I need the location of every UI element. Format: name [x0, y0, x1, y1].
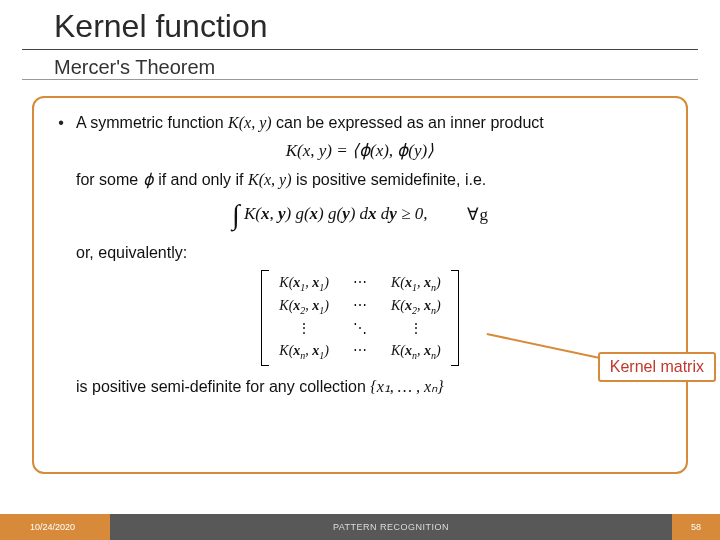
matrix-cell: K(x2, xn): [391, 297, 441, 317]
bracket-right-icon: [451, 270, 459, 367]
matrix-cell: K(x1, xn): [391, 274, 441, 294]
slide-footer: 10/24/2020 PATTERN RECOGNITION 58: [0, 514, 720, 540]
vdots-icon: ⋮: [279, 320, 329, 339]
integral-expression: ∫ ∫ K(x, y) g(x) g(y) dx dy ≥ 0,K(x, y) …: [232, 196, 427, 234]
matrix-cell: K(xn, x1): [279, 342, 329, 362]
cdots-icon: ⋯: [353, 274, 367, 294]
bracket-left-icon: [261, 270, 269, 367]
closing-line: is positive semi-definite for any collec…: [56, 376, 664, 398]
footer-course: PATTERN RECOGNITION: [110, 514, 672, 540]
bullet-icon: •: [56, 112, 66, 134]
cdots-icon: ⋯: [353, 297, 367, 317]
footer-page-number: 58: [672, 514, 720, 540]
forall-g: ∀g: [467, 204, 488, 227]
kernel-matrix-callout: Kernel matrix: [598, 352, 716, 382]
matrix-body: K(x1, x1) ⋯ K(x1, xn) K(x2, x1) ⋯ K(x2, …: [271, 270, 448, 367]
integral-condition: ∫ ∫ K(x, y) g(x) g(y) dx dy ≥ 0,K(x, y) …: [56, 196, 664, 234]
cdots-icon: ⋯: [353, 342, 367, 362]
slide-subtitle: Mercer's Theorem: [22, 50, 698, 80]
theorem-box: • A symmetric function K(x, y) can be ex…: [32, 96, 688, 474]
matrix-cell: K(x1, x1): [279, 274, 329, 294]
vdots-icon: ⋮: [391, 320, 441, 339]
intro-text: A symmetric function K(x, y) can be expr…: [76, 112, 544, 134]
inner-product-equation: K(x, y) = ⟨ϕ(x), ϕ(y)⟩: [56, 140, 664, 163]
ddots-icon: ⋱: [353, 320, 367, 339]
theorem-intro: • A symmetric function K(x, y) can be ex…: [56, 112, 664, 134]
matrix-cell: K(x2, x1): [279, 297, 329, 317]
equivalently-label: or, equivalently:: [56, 242, 664, 264]
matrix-cell: K(xn, xn): [391, 342, 441, 362]
footer-date: 10/24/2020: [0, 514, 110, 540]
condition-line: for some ϕ if and only if K(x, y) is pos…: [56, 169, 664, 191]
slide-title: Kernel function: [22, 0, 698, 50]
